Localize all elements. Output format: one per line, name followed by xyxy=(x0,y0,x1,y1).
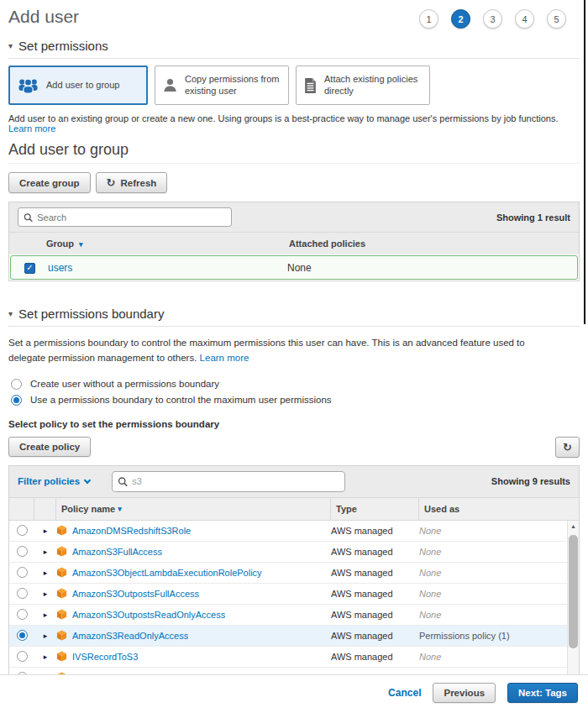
policy-row[interactable]: ▸ AmazonS3OutpostsFullAccess AWS managed… xyxy=(9,584,579,605)
radio-column-header xyxy=(9,498,34,520)
policy-radio[interactable] xyxy=(17,546,28,557)
policy-type: AWS managed xyxy=(331,526,419,536)
boundary-description: Set a permissions boundary to control th… xyxy=(8,335,554,366)
policy-row[interactable]: ▸ AmazonDMSRedshiftS3Role AWS managed No… xyxy=(9,521,579,542)
caret-down-icon: ▾ xyxy=(8,310,13,318)
group-table-toolbar: Showing 1 result xyxy=(9,202,579,232)
policy-name-link[interactable]: AmazonDMSRedshiftS3Role xyxy=(72,526,191,536)
policy-search-box[interactable] xyxy=(112,471,345,492)
create-group-button[interactable]: Create group xyxy=(8,172,91,193)
policy-cube-icon xyxy=(56,630,67,641)
cancel-link[interactable]: Cancel xyxy=(388,687,421,699)
policy-type: AWS managed xyxy=(331,610,419,620)
policy-result-count: Showing 9 results xyxy=(491,476,570,486)
refresh-icon: ↻ xyxy=(107,177,116,188)
policy-name-link[interactable]: AmazonS3OutpostsFullAccess xyxy=(72,589,199,599)
radio-label: Use a permissions boundary to control th… xyxy=(30,395,332,405)
radio-option-no-boundary[interactable]: Create user without a permissions bounda… xyxy=(8,376,580,392)
step-indicator-5: 5 xyxy=(547,9,566,29)
policy-row[interactable]: ▸ AmazonS3FullAccess AWS managed None xyxy=(9,542,579,563)
group-search-input[interactable] xyxy=(37,212,226,223)
page-header: Add user 1 2 3 4 5 xyxy=(8,7,580,29)
create-policy-button[interactable]: Create policy xyxy=(8,437,91,457)
expand-arrow-icon[interactable]: ▸ xyxy=(34,527,56,535)
policy-refresh-button[interactable]: ↻ xyxy=(555,437,580,458)
card-add-user-to-group[interactable]: Add user to group xyxy=(8,66,148,105)
policy-name-link[interactable]: AmazonS3ReadOnlyAccess xyxy=(72,631,188,641)
policy-name-column-label: Policy name xyxy=(61,504,115,514)
policy-type: AWS managed xyxy=(331,631,419,641)
group-result-count: Showing 1 result xyxy=(496,212,570,223)
policy-type: AWS managed xyxy=(331,568,419,578)
learn-more-link[interactable]: Learn more xyxy=(8,123,55,134)
next-tags-button[interactable]: Next: Tags xyxy=(507,683,578,703)
search-icon xyxy=(24,212,33,223)
divider xyxy=(8,326,580,327)
expand-arrow-icon[interactable]: ▸ xyxy=(34,611,56,619)
policy-row[interactable]: ▸ AmazonS3ObjectLambdaExecutionRolePolic… xyxy=(9,563,579,584)
group-row-users[interactable]: ✓ users None xyxy=(10,255,578,280)
table-scrollbar[interactable]: ▲ ▼ xyxy=(567,521,579,689)
scroll-up-icon[interactable]: ▲ xyxy=(570,523,576,529)
boundary-options: Create user without a permissions bounda… xyxy=(8,376,580,408)
radio-button[interactable] xyxy=(11,395,22,406)
policy-name-link[interactable]: AmazonS3ObjectLambdaExecutionRolePolicy xyxy=(72,568,262,578)
group-name-cell: users xyxy=(48,262,287,274)
permissions-boundary-section-header[interactable]: ▾ Set permissions boundary xyxy=(8,307,580,321)
group-actions: Create group ↻ Refresh xyxy=(8,172,580,193)
boundary-description-text: Set a permissions boundary to control th… xyxy=(8,338,525,363)
policy-type: AWS managed xyxy=(331,652,419,662)
policy-name-link[interactable]: IVSRecordToS3 xyxy=(72,652,138,662)
step-indicator-2: 2 xyxy=(451,9,470,29)
policy-filter-bar: Filter policies Showing 9 results xyxy=(9,466,579,497)
group-search-box[interactable] xyxy=(18,207,232,227)
policy-radio[interactable] xyxy=(17,567,28,578)
expand-arrow-icon[interactable]: ▸ xyxy=(34,590,56,598)
policy-radio[interactable] xyxy=(17,525,28,536)
add-user-page: Add user 1 2 3 4 5 ▾ Set permissions xyxy=(0,0,588,689)
policy-used-as: None xyxy=(419,652,579,662)
set-permissions-section-header[interactable]: ▾ Set permissions xyxy=(8,39,580,53)
add-user-to-group-heading: Add user to group xyxy=(8,141,580,164)
policy-radio[interactable] xyxy=(17,588,28,599)
learn-more-link[interactable]: Learn more xyxy=(200,353,249,363)
radio-option-use-boundary[interactable]: Use a permissions boundary to control th… xyxy=(8,392,580,408)
scrollbar-thumb[interactable] xyxy=(569,535,578,648)
policy-used-as: None xyxy=(419,547,579,557)
policy-name-column-header[interactable]: Policy name ▾ xyxy=(56,498,331,520)
expand-arrow-icon[interactable]: ▸ xyxy=(34,569,56,577)
previous-button[interactable]: Previous xyxy=(433,683,496,703)
expand-arrow-icon[interactable]: ▸ xyxy=(34,548,56,556)
sort-caret-icon: ▾ xyxy=(118,505,122,513)
radio-button[interactable] xyxy=(11,379,22,390)
policy-row-selected[interactable]: ▸ AmazonS3ReadOnlyAccess AWS managed Per… xyxy=(9,626,579,647)
filter-policies-dropdown[interactable]: Filter policies xyxy=(18,476,90,486)
policy-rows: ▸ AmazonDMSRedshiftS3Role AWS managed No… xyxy=(9,521,579,689)
card-copy-permissions[interactable]: Copy permissions from existing user xyxy=(155,66,289,105)
expand-arrow-icon[interactable]: ▸ xyxy=(34,632,56,640)
group-name-link[interactable]: users xyxy=(48,262,72,274)
group-intro-text: Add user to an existing group or create … xyxy=(8,113,580,134)
attached-policies-cell: None xyxy=(287,262,577,274)
policy-used-as: Permissions policy (1) xyxy=(419,631,579,641)
group-table-header: Group ▾ Attached policies xyxy=(9,232,579,254)
card-attach-policies[interactable]: Attach existing policies directly xyxy=(296,66,430,105)
refresh-button[interactable]: ↻ Refresh xyxy=(96,172,168,193)
group-column-header[interactable]: Group ▾ xyxy=(46,239,289,249)
policy-radio[interactable] xyxy=(17,630,28,641)
policy-radio[interactable] xyxy=(17,651,28,662)
policy-radio[interactable] xyxy=(17,609,28,620)
caret-down-icon: ▾ xyxy=(8,42,13,50)
policy-row[interactable]: ▸ AmazonS3OutpostsReadOnlyAccess AWS man… xyxy=(9,605,579,626)
policy-search-input[interactable] xyxy=(132,476,339,486)
group-checkbox[interactable]: ✓ xyxy=(24,263,35,274)
page-title: Add user xyxy=(8,7,79,27)
step-indicator-3: 3 xyxy=(483,9,502,29)
attached-policies-column-header: Attached policies xyxy=(289,239,579,249)
policy-name-link[interactable]: AmazonS3OutpostsReadOnlyAccess xyxy=(72,610,225,620)
expand-arrow-icon[interactable]: ▸ xyxy=(34,653,56,661)
policy-used-as: None xyxy=(419,610,579,620)
policy-row[interactable]: ▸ IVSRecordToS3 AWS managed None xyxy=(9,647,579,668)
policy-cube-icon xyxy=(56,567,67,578)
policy-name-link[interactable]: AmazonS3FullAccess xyxy=(72,547,162,557)
